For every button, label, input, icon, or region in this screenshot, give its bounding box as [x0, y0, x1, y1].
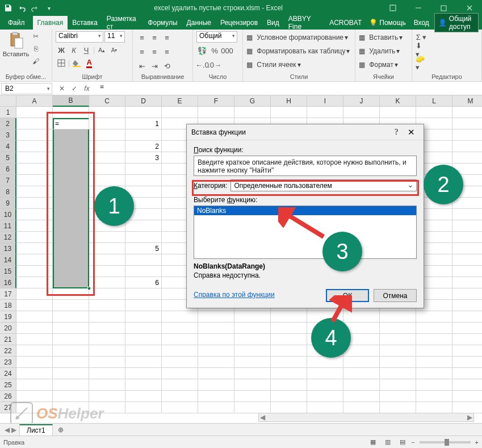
col-header-C[interactable]: C: [89, 95, 125, 107]
search-function-input[interactable]: Введите краткое описание действия, котор…: [194, 156, 417, 176]
format-painter-icon[interactable]: 🖌: [31, 56, 41, 66]
row-header-5[interactable]: 5: [0, 152, 16, 164]
tab-data[interactable]: Данные: [182, 16, 216, 30]
redo-icon[interactable]: [31, 3, 40, 12]
row-header-13[interactable]: 13: [0, 243, 16, 254]
row-header-3[interactable]: 3: [0, 129, 16, 141]
horizontal-scrollbar[interactable]: ◀▶: [258, 413, 474, 422]
paste-button[interactable]: Вставить: [3, 31, 28, 57]
login-button[interactable]: Вход: [411, 18, 432, 28]
sheet-nav-next-icon[interactable]: ▶: [11, 426, 16, 434]
copy-icon[interactable]: ⎘: [31, 44, 41, 54]
row-header-23[interactable]: 23: [0, 357, 16, 368]
col-header-E[interactable]: E: [162, 95, 198, 107]
align-right-icon[interactable]: ≡: [161, 46, 173, 57]
decrease-decimal-icon[interactable]: .0→: [209, 59, 220, 70]
tab-home[interactable]: Главная: [33, 16, 68, 30]
row-header-20[interactable]: 20: [0, 323, 16, 334]
row-header-26[interactable]: 26: [0, 391, 16, 402]
save-icon[interactable]: [3, 3, 12, 12]
cancel-button[interactable]: Отмена: [374, 289, 417, 302]
tab-page-layout[interactable]: Разметка ст: [102, 16, 144, 30]
tab-abbyy[interactable]: ABBYY Fine: [284, 16, 325, 30]
sheet-tab[interactable]: Лист1: [19, 424, 53, 436]
row-header-16[interactable]: 16: [0, 277, 16, 288]
font-size-select[interactable]: 11: [104, 31, 125, 43]
undo-icon[interactable]: [17, 3, 26, 12]
row-header-25[interactable]: 25: [0, 379, 16, 391]
tab-insert[interactable]: Вставка: [68, 16, 102, 30]
row-header-4[interactable]: 4: [0, 141, 16, 152]
cell-d4[interactable]: 2: [125, 141, 162, 152]
format-cells-button[interactable]: ▦ Формат ▾: [359, 58, 398, 71]
name-box[interactable]: B2: [1, 83, 52, 94]
decrease-indent-icon[interactable]: ⇤: [136, 60, 148, 72]
row-header-21[interactable]: 21: [0, 334, 16, 345]
tab-view[interactable]: Вид: [262, 16, 284, 30]
borders-icon[interactable]: [56, 57, 67, 69]
row-header-19[interactable]: 19: [0, 311, 16, 323]
qat-dropdown-icon[interactable]: ▾: [44, 3, 53, 12]
align-center-icon[interactable]: ≡: [149, 46, 160, 57]
align-bottom-icon[interactable]: ≡: [161, 32, 173, 43]
align-middle-icon[interactable]: ≡: [149, 32, 160, 43]
increase-decimal-icon[interactable]: ←.0: [196, 59, 208, 70]
insert-cells-button[interactable]: ▦ Вставить ▾: [359, 31, 403, 44]
zoom-slider[interactable]: [420, 441, 471, 443]
cell-d2[interactable]: 1: [125, 118, 162, 129]
col-header-G[interactable]: G: [234, 95, 271, 107]
cell-d5[interactable]: 3: [125, 152, 162, 164]
format-as-table-button[interactable]: ▦ Форматировать как таблицу ▾: [246, 45, 350, 57]
autosum-icon[interactable]: Σ ▾: [416, 31, 427, 43]
percent-icon[interactable]: %: [209, 45, 220, 56]
row-header-10[interactable]: 10: [0, 209, 16, 220]
col-header-K[interactable]: K: [380, 95, 416, 107]
tab-acrobat[interactable]: ACROBAT: [325, 16, 366, 30]
row-header-8[interactable]: 8: [0, 186, 16, 198]
fill-color-icon[interactable]: [71, 57, 82, 69]
tab-review[interactable]: Рецензиров: [216, 16, 262, 30]
decrease-font-icon[interactable]: A▾: [108, 44, 120, 56]
clear-icon[interactable]: 🧽 ▾: [416, 57, 427, 69]
row-header-12[interactable]: 12: [0, 232, 16, 243]
row-header-6[interactable]: 6: [0, 164, 16, 175]
row-header-18[interactable]: 18: [0, 300, 16, 311]
zoom-out-button[interactable]: −: [411, 439, 414, 446]
currency-icon[interactable]: 💱: [196, 45, 208, 56]
tab-formulas[interactable]: Формулы: [143, 16, 182, 30]
dialog-close-icon[interactable]: ✕: [403, 127, 419, 137]
col-header-F[interactable]: F: [198, 95, 234, 107]
bold-button[interactable]: Ж: [56, 44, 67, 56]
col-header-J[interactable]: J: [343, 95, 380, 107]
row-header-1[interactable]: 1: [0, 107, 16, 118]
orientation-icon[interactable]: ⟲: [161, 60, 173, 72]
underline-button[interactable]: Ч: [81, 44, 92, 56]
align-top-icon[interactable]: ≡: [136, 32, 148, 43]
enter-formula-icon[interactable]: ✓: [68, 83, 81, 94]
dialog-help-icon[interactable]: ?: [389, 128, 403, 137]
normal-view-icon[interactable]: ▦: [367, 437, 379, 447]
formula-input[interactable]: =: [97, 83, 482, 94]
col-header-M[interactable]: M: [452, 95, 482, 107]
col-header-L[interactable]: L: [416, 95, 452, 107]
row-header-11[interactable]: 11: [0, 220, 16, 232]
row-header-22[interactable]: 22: [0, 345, 16, 357]
tab-file[interactable]: Файл: [0, 16, 33, 30]
help-button[interactable]: 💡Помощь: [366, 18, 408, 28]
increase-indent-icon[interactable]: ⇥: [149, 60, 160, 72]
cell-styles-button[interactable]: ▦ Стили ячеек ▾: [246, 58, 301, 71]
increase-font-icon[interactable]: A▴: [96, 44, 107, 56]
page-layout-view-icon[interactable]: ▥: [382, 437, 394, 447]
row-header-14[interactable]: 14: [0, 254, 16, 266]
cancel-formula-icon[interactable]: ✕: [56, 83, 68, 94]
insert-function-icon[interactable]: fx: [81, 83, 93, 94]
cell-d16[interactable]: 6: [125, 277, 162, 288]
fill-icon[interactable]: ⬇ ▾: [416, 44, 427, 56]
cut-icon[interactable]: ✂: [31, 31, 41, 41]
ribbon-options-icon[interactable]: [380, 0, 405, 16]
col-header-I[interactable]: I: [307, 95, 343, 107]
delete-cells-button[interactable]: ▦ Удалить ▾: [359, 45, 400, 57]
row-header-24[interactable]: 24: [0, 368, 16, 379]
align-left-icon[interactable]: ≡: [136, 46, 148, 57]
col-header-H[interactable]: H: [271, 95, 307, 107]
